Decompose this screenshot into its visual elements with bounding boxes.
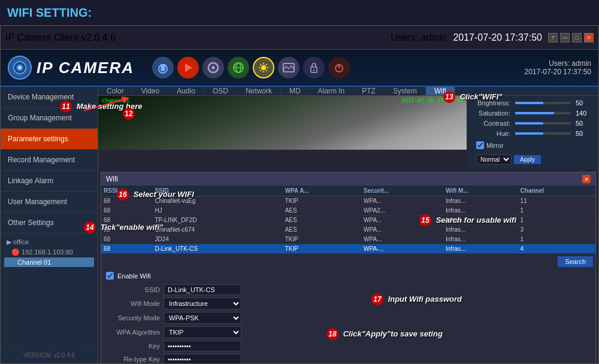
saturation-slider[interactable] (515, 112, 571, 114)
ssid-input[interactable] (164, 284, 241, 295)
security-mode-select[interactable]: WPA-PSK (164, 312, 241, 324)
saturation-label: Saturation: (471, 110, 510, 117)
tree-root[interactable]: ▶ office (4, 237, 94, 247)
wifi-cell-channel-4: 1 (518, 235, 595, 244)
retype-key-input[interactable] (164, 354, 241, 363)
wpa-algorithm-select[interactable]: TKIP (164, 326, 241, 338)
sidebar-item-parameter[interactable]: Parameter settings (1, 129, 98, 150)
tab-osd[interactable]: OSD (204, 87, 237, 95)
wifi-cell-wifi_mode-4: Infras... (443, 235, 518, 244)
wifi-table-row[interactable]: 68JD24TKIPWPA...Infras...1 (101, 235, 595, 244)
mirror-row: Mirror (471, 140, 594, 150)
minimize-button[interactable]: — (560, 33, 570, 43)
sidebar-item-other[interactable]: Other Settings (1, 213, 98, 233)
tab-system[interactable]: System (385, 87, 426, 95)
search-button[interactable]: Search (558, 256, 593, 267)
app-header: IP CAMERA (1, 50, 598, 87)
svg-point-2 (18, 66, 22, 69)
maximize-button[interactable]: □ (572, 33, 582, 43)
tab-audio[interactable]: Audio (168, 87, 204, 95)
wifi-table-container[interactable]: RSSI SSID WPA A... Securit... Wifi M... … (101, 186, 595, 254)
image-nav-btn[interactable] (278, 57, 300, 78)
tab-alarm[interactable]: Alarm In (310, 87, 354, 95)
wifi-form: SSID Wifi Mode Infrastructure Security M… (101, 282, 595, 363)
tab-video[interactable]: Video (133, 87, 168, 95)
wifi-dialog-header: Wifi ✕ (101, 172, 595, 186)
wifi-mode-select[interactable]: Infrastructure (164, 298, 241, 310)
wheel-nav-btn[interactable] (202, 57, 224, 78)
wifi-table-row[interactable]: 68ChinaNet-c674AESWPA...Infras...3 (101, 225, 595, 235)
col-rssi: RSSI (101, 186, 152, 196)
wifi-cell-rssi-0: 68 (101, 196, 152, 206)
security-mode-label: Security Mode (106, 314, 160, 321)
slider-apply-button[interactable]: Apply (514, 155, 541, 164)
col-ssid: SSID (152, 186, 282, 196)
close-button[interactable]: ✕ (584, 33, 594, 43)
mirror-label: Mirror (486, 142, 504, 149)
hue-slider[interactable] (515, 132, 571, 135)
wifi-table-row[interactable]: 68ChinaNet-vuEgTKIPWPA...Infras...11 (101, 196, 595, 206)
sidebar-item-user[interactable]: User Management (1, 192, 98, 213)
settings-nav-btn[interactable] (253, 57, 274, 78)
tab-network[interactable]: Network (237, 87, 281, 95)
saturation-value: 140 (576, 110, 594, 117)
svg-marker-6 (185, 63, 192, 72)
tree-ip[interactable]: 🔴 192.168.1.103:80 (4, 247, 94, 257)
cam-timestamp: 2017-07-20 17:37:50 (401, 98, 463, 104)
nav-icons (152, 57, 350, 78)
wifi-cell-security-0: WPA... (361, 196, 443, 206)
tab-color[interactable]: Color (98, 87, 133, 95)
right-panel: Color Video Audio OSD Network MD Alarm I… (98, 87, 598, 363)
retype-key-label: Re-type Key (106, 356, 160, 363)
play-nav-btn[interactable] (177, 57, 199, 78)
wifi-table-row[interactable]: 68HJAESWPA2...Infras...1 (101, 206, 595, 216)
enable-wifi-checkbox[interactable] (106, 272, 114, 280)
tab-md[interactable]: MD (281, 87, 310, 95)
main-content: Device Management Group Management Param… (1, 87, 598, 363)
camera-nav-btn[interactable] (152, 57, 174, 78)
wifi-cell-security-5: WPA-... (361, 244, 443, 254)
key-input[interactable] (164, 341, 241, 351)
help-button[interactable]: ? (548, 33, 558, 43)
sidebar-item-group[interactable]: Group Management (1, 108, 98, 129)
mirror-select[interactable]: NormalFlip HFlip V (476, 154, 512, 165)
contrast-fill (515, 122, 543, 125)
tab-wifi[interactable]: Wifi (426, 87, 455, 95)
wifi-table-header-row: RSSI SSID WPA A... Securit... Wifi M... … (101, 186, 595, 196)
retype-key-row: Re-type Key (106, 354, 591, 363)
wifi-table-row[interactable]: 68TP-LINK_DF2DAESWPA...Infras...1 (101, 216, 595, 225)
hue-label: Hue: (471, 130, 510, 137)
hue-fill (515, 132, 543, 135)
header-datetime: Users: admin 2017-07-20 17:37:50 (525, 59, 591, 76)
sidebar-item-record[interactable]: Record Management (1, 150, 98, 171)
power-nav-btn[interactable] (328, 57, 350, 78)
wifi-cell-rssi-2: 68 (101, 216, 152, 225)
app-version-label: IP Camera Client-v2.0.4.6 (5, 32, 116, 43)
tree-channel[interactable]: Channel 01 (4, 257, 94, 267)
wifi-cell-security-4: WPA... (361, 235, 443, 244)
mirror-checkbox[interactable] (476, 141, 484, 149)
wifi-cell-wifi_mode-0: Infras... (443, 196, 518, 206)
tab-ptz[interactable]: PTZ (353, 87, 385, 95)
app-logo: IP CAMERA (8, 56, 134, 80)
contrast-value: 50 (576, 120, 594, 127)
wifi-close-button[interactable]: ✕ (582, 175, 591, 183)
wifi-cell-wifi_mode-2: Infras... (443, 216, 518, 225)
globe-nav-btn[interactable] (228, 57, 249, 78)
sidebar-item-linkage[interactable]: Linkage Alarm (1, 171, 98, 192)
title-text: WIFI SETTING: (7, 6, 92, 20)
datetime-label: 2017-07-20 17:37:50 (453, 32, 542, 43)
sidebar-tree: ▶ office 🔴 192.168.1.103:80 Channel 01 (1, 233, 98, 347)
wifi-dialog-title: Wifi (106, 175, 118, 183)
wifi-table-row[interactable]: 68D-Link_UTK-CSTKIPWPA-...Infras...4 (101, 244, 595, 254)
col-wifimode: Wifi M... (443, 186, 518, 196)
contrast-slider[interactable] (515, 122, 571, 125)
lock-nav-btn[interactable] (303, 57, 325, 78)
wifi-cell-wifi_mode-3: Infras... (443, 225, 518, 235)
wifi-cell-ssid-4: JD24 (152, 235, 282, 244)
wifi-table-body: 68ChinaNet-vuEgTKIPWPA...Infras...1168HJ… (101, 196, 595, 254)
apply-row: NormalFlip HFlip V Apply (471, 153, 594, 166)
sidebar-item-device[interactable]: Device Management (1, 87, 98, 108)
wifi-cell-ssid-2: TP-LINK_DF2D (152, 216, 282, 225)
brightness-slider[interactable] (515, 102, 571, 104)
